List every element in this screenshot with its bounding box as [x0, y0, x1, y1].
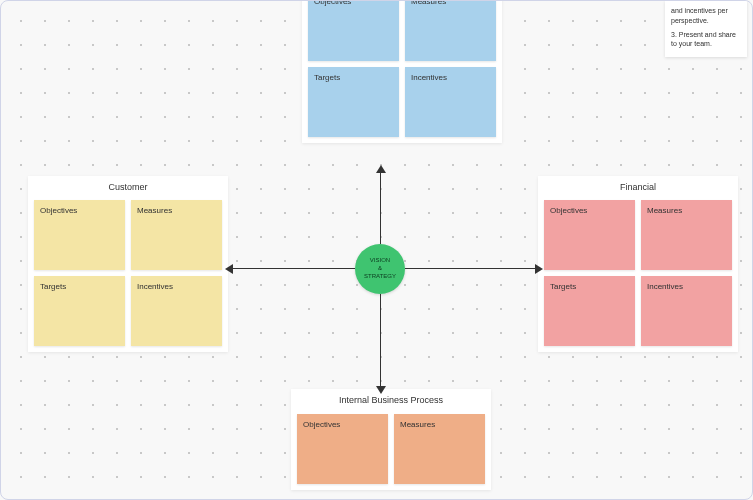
card-label: Measures [137, 206, 172, 215]
note-line: and incentives per perspective. [671, 6, 741, 26]
instructions-note[interactable]: and incentives per perspective. 3. Prese… [665, 1, 747, 57]
panel-title: Financial [538, 176, 738, 200]
card-label: Objectives [314, 0, 351, 6]
card-incentives[interactable]: Incentives [641, 276, 732, 346]
panel-customer[interactable]: Customer Objectives Measures Targets Inc… [28, 176, 228, 352]
card-measures[interactable]: Measures [641, 200, 732, 270]
panel-internal-business-process[interactable]: Internal Business Process Objectives Mea… [291, 389, 491, 490]
card-targets[interactable]: Targets [308, 67, 399, 137]
card-objectives[interactable]: Objectives [308, 0, 399, 61]
center-vision-strategy[interactable]: VISION&STRATEGY [355, 244, 405, 294]
card-label: Objectives [303, 420, 340, 429]
card-objectives[interactable]: Objectives [34, 200, 125, 270]
card-label: Targets [550, 282, 576, 291]
panel-title: Customer [28, 176, 228, 200]
card-objectives[interactable]: Objectives [297, 414, 388, 484]
card-objectives[interactable]: Objectives [544, 200, 635, 270]
card-label: Incentives [411, 73, 447, 82]
arrowhead-down [376, 386, 386, 394]
card-incentives[interactable]: Incentives [131, 276, 222, 346]
card-targets[interactable]: Targets [34, 276, 125, 346]
panel-title: Internal Business Process [291, 389, 491, 414]
arrow-left [231, 268, 355, 269]
card-measures[interactable]: Measures [394, 414, 485, 484]
note-line: 3. Present and share to your team. [671, 30, 741, 50]
card-incentives[interactable]: Incentives [405, 67, 496, 137]
card-label: Measures [400, 420, 435, 429]
center-label: VISION&STRATEGY [364, 257, 396, 280]
card-label: Objectives [550, 206, 587, 215]
arrowhead-right [535, 264, 543, 274]
card-label: Objectives [40, 206, 77, 215]
arrowhead-up [376, 165, 386, 173]
card-label: Measures [411, 0, 446, 6]
panel-top[interactable]: Objectives Measures Targets Incentives [302, 0, 502, 143]
card-label: Targets [314, 73, 340, 82]
card-measures[interactable]: Measures [405, 0, 496, 61]
card-label: Incentives [647, 282, 683, 291]
card-measures[interactable]: Measures [131, 200, 222, 270]
card-label: Targets [40, 282, 66, 291]
card-label: Incentives [137, 282, 173, 291]
arrowhead-left [225, 264, 233, 274]
arrow-up [380, 171, 381, 244]
arrow-down [380, 294, 381, 386]
panel-financial[interactable]: Financial Objectives Measures Targets In… [538, 176, 738, 352]
card-label: Measures [647, 206, 682, 215]
card-targets[interactable]: Targets [544, 276, 635, 346]
arrow-right [405, 268, 535, 269]
